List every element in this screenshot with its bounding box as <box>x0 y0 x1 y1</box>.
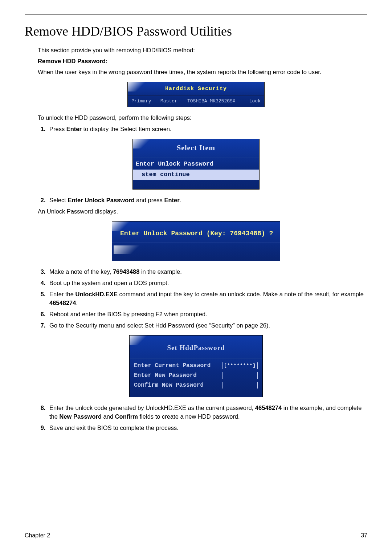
step-9: Save and exit the BIOS to complete the p… <box>47 424 367 432</box>
step-4-text: Boot up the system and open a DOS prompt… <box>49 280 169 286</box>
intro2-text: When the user keys in the wrong password… <box>38 68 367 77</box>
fig4-fields: Enter Current Password [********] Enter … <box>130 358 262 392</box>
fig4-current-value: [********] <box>222 362 258 369</box>
footer-page-number: 37 <box>361 532 367 539</box>
fig1-header: Harddisk Security <box>128 82 264 95</box>
step-8: Enter the unlock code generated by Unloc… <box>47 404 367 421</box>
figure-select-item: Select Item Enter Unlock Password stem c… <box>132 139 260 190</box>
figure-3-wrap: Enter Unlock Password (Key: 76943488) ? <box>25 221 367 261</box>
page: Remove HDD/BIOS Password Utilities This … <box>0 0 392 549</box>
after-fig1-text: To unlock the HDD password, perform the … <box>38 114 367 122</box>
step-5: Enter the UnlockHD.EXE command and input… <box>47 290 367 308</box>
fig2-option-unlock: Enter Unlock Password <box>133 159 259 170</box>
steps-list-b: Select Enter Unlock Password and press E… <box>25 196 367 205</box>
fig2-option-continue: stem continue <box>133 170 259 180</box>
body: This section provide you with removing H… <box>25 46 367 432</box>
fig3-separator <box>112 242 280 243</box>
footer-chapter: Chapter 2 <box>25 532 50 539</box>
step-3-text: Make a note of the key, 76943488 in the … <box>49 268 182 275</box>
fig4-row-new: Enter New Password <box>134 371 258 381</box>
step-6: Reboot and enter the BIOS by pressing F2… <box>47 310 367 319</box>
after-step2-text: An Unlock Password displays. <box>38 207 367 216</box>
section-title: Remove HDD/BIOS Password Utilities <box>25 24 367 39</box>
rule-bottom <box>25 527 367 527</box>
fig2-options: Enter Unlock Password stem continue <box>133 157 259 189</box>
fig3-line: Enter Unlock Password (Key: 76943488) ? <box>112 221 280 240</box>
fig1-col-primary: Primary <box>131 98 157 105</box>
figure-set-hdd-password: Set HddPassword Enter Current Password [… <box>129 335 263 397</box>
fig1-col-master: Master <box>160 98 184 105</box>
steps-list-a: Press Enter to display the Select Item s… <box>25 125 367 134</box>
footer: Chapter 2 37 <box>25 532 367 539</box>
fig1-row: Primary Master TOSHIBA MK3252GSX Lock <box>128 95 264 107</box>
step-1-text: Press Enter to display the Select Item s… <box>49 126 172 132</box>
figure-4-wrap: Set HddPassword Enter Current Password [… <box>25 335 367 397</box>
fig4-confirm-label: Confirm New Password <box>134 381 222 390</box>
figure-unlock-prompt: Enter Unlock Password (Key: 76943488) ? <box>112 221 280 261</box>
step-1: Press Enter to display the Select Item s… <box>47 125 367 134</box>
fig4-row-current: Enter Current Password [********] <box>134 361 258 371</box>
step-8-text: Enter the unlock code generated by Unloc… <box>49 404 362 420</box>
fig4-header: Set HddPassword <box>130 336 262 358</box>
step-2-text: Select Enter Unlock Password and press E… <box>49 197 181 203</box>
step-3: Make a note of the key, 76943488 in the … <box>47 268 367 276</box>
step-7-text: Go to the Security menu and select Set H… <box>49 322 270 329</box>
step-2: Select Enter Unlock Password and press E… <box>47 196 367 205</box>
fig1-col-lock: Lock <box>244 98 261 105</box>
figure-2-wrap: Select Item Enter Unlock Password stem c… <box>25 139 367 190</box>
fig1-col-model: TOSHIBA MK3252GSX <box>187 98 240 105</box>
fig2-header: Select Item <box>133 139 259 157</box>
figure-1-wrap: Harddisk Security Primary Master TOSHIBA… <box>25 82 367 107</box>
subheading: Remove HDD Password: <box>38 57 367 66</box>
steps-list-d: Enter the unlock code generated by Unloc… <box>25 404 367 432</box>
fig4-confirm-value <box>222 382 258 389</box>
step-5-text: Enter the UnlockHD.EXE command and input… <box>49 291 364 306</box>
steps-list-c: Make a note of the key, 76943488 in the … <box>25 268 367 330</box>
fig3-input-area <box>112 244 280 261</box>
step-6-text: Reboot and enter the BIOS by pressing F2… <box>49 311 207 317</box>
step-4: Boot up the system and open a DOS prompt… <box>47 279 367 288</box>
step-9-text: Save and exit the BIOS to complete the p… <box>49 424 179 431</box>
fig4-new-value <box>222 372 258 379</box>
fig4-row-confirm: Confirm New Password <box>134 381 258 390</box>
step-7: Go to the Security menu and select Set H… <box>47 321 367 330</box>
figure-harddisk-security: Harddisk Security Primary Master TOSHIBA… <box>127 82 265 107</box>
fig4-new-label: Enter New Password <box>134 371 222 380</box>
rule-top <box>25 15 367 15</box>
intro-text: This section provide you with removing H… <box>38 46 367 55</box>
fig4-current-label: Enter Current Password <box>134 362 222 370</box>
